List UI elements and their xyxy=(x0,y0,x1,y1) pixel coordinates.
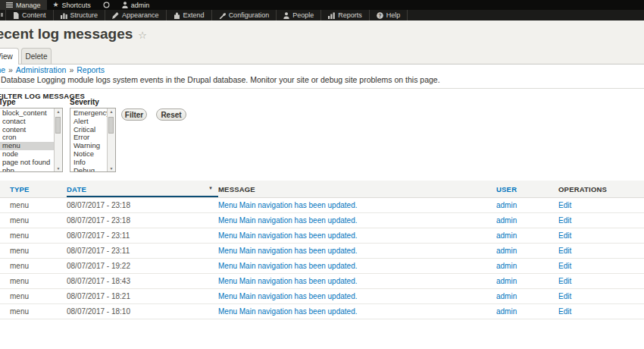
scrollbar-thumb[interactable] xyxy=(55,117,61,134)
edit-link[interactable]: Edit xyxy=(558,307,571,316)
log-user-link[interactable]: admin xyxy=(496,247,517,255)
log-user-cell: admin xyxy=(496,304,558,319)
log-user-link[interactable]: admin xyxy=(496,277,517,285)
reset-button[interactable]: Reset xyxy=(156,108,186,121)
log-table-row: menu 08/07/2017 - 23:11 Menu Main naviga… xyxy=(0,244,644,259)
menu-item-people[interactable]: People xyxy=(277,10,321,20)
log-message-link[interactable]: Menu Main navigation has been updated. xyxy=(218,201,357,209)
breadcrumb-separator: » xyxy=(69,65,73,74)
type-option[interactable]: contact xyxy=(0,118,54,126)
log-user-link[interactable]: admin xyxy=(496,292,517,300)
breadcrumb-home-link[interactable]: Home xyxy=(0,65,5,74)
log-type-cell: menu xyxy=(0,228,67,244)
log-table-row: menu 08/07/2017 - 18:21 Menu Main naviga… xyxy=(0,289,644,304)
log-user-cell: admin xyxy=(496,228,558,244)
log-user-cell: admin xyxy=(496,289,558,304)
edit-link[interactable]: Edit xyxy=(558,277,571,285)
log-operations-cell: Edit xyxy=(558,304,644,319)
log-message-link[interactable]: Menu Main navigation has been updated. xyxy=(218,277,357,285)
log-user-cell: admin xyxy=(496,259,558,274)
log-user-link[interactable]: admin xyxy=(496,307,517,316)
toolbar-shortcuts-button[interactable]: ★ Shortcuts xyxy=(47,0,97,10)
scroll-down-icon[interactable]: ▼ xyxy=(55,165,62,171)
log-type-cell: menu xyxy=(0,198,67,213)
log-date-cell: 08/07/2017 - 18:21 xyxy=(67,289,218,304)
log-date-cell: 08/07/2017 - 18:10 xyxy=(67,304,218,319)
log-type-cell: menu xyxy=(0,274,67,289)
log-user-link[interactable]: admin xyxy=(496,216,517,225)
tab-delete[interactable]: Delete xyxy=(21,48,52,64)
menu-item-help[interactable]: ? Help xyxy=(370,10,408,20)
svg-text:?: ? xyxy=(378,12,381,17)
edit-link[interactable]: Edit xyxy=(558,201,571,209)
edit-link[interactable]: Edit xyxy=(558,231,571,240)
log-user-link[interactable]: admin xyxy=(496,201,517,209)
column-header-user[interactable]: USER xyxy=(496,181,558,198)
log-operations-cell: Edit xyxy=(558,213,644,228)
breadcrumb-reports-link[interactable]: Reports xyxy=(77,65,105,74)
puzzle-icon xyxy=(174,12,180,19)
toolbar-user-label: admin xyxy=(131,2,150,9)
structure-icon xyxy=(61,12,67,19)
edit-link[interactable]: Edit xyxy=(558,216,571,225)
tab-view[interactable]: View xyxy=(0,48,19,64)
log-user-link[interactable]: admin xyxy=(496,231,517,240)
filter-button[interactable]: Filter xyxy=(121,108,147,121)
log-operations-cell: Edit xyxy=(558,244,644,259)
page-description: Database Logging module logs system even… xyxy=(1,75,440,84)
log-message-link[interactable]: Menu Main navigation has been updated. xyxy=(218,307,357,316)
menu-item-extend[interactable]: Extend xyxy=(167,10,212,20)
log-table-row: menu 08/07/2017 - 18:10 Menu Main naviga… xyxy=(0,304,644,319)
menu-item-reports[interactable]: Reports xyxy=(321,10,370,20)
column-header-operations: OPERATIONS xyxy=(558,181,644,198)
type-select[interactable]: block_content contact content cron menu … xyxy=(0,108,63,172)
column-header-type[interactable]: TYPE xyxy=(0,181,67,198)
type-option[interactable]: php xyxy=(0,167,54,171)
log-messages-table: TYPE DATE▾ MESSAGE USER OPERATIONS menu … xyxy=(0,181,644,319)
type-select-scrollbar[interactable]: ▲ ▼ xyxy=(54,108,62,171)
column-header-date-label: DATE xyxy=(67,185,86,193)
breadcrumb-administration-link[interactable]: Administration xyxy=(16,65,67,74)
favorite-star-icon[interactable]: ☆ xyxy=(138,30,147,41)
edit-link[interactable]: Edit xyxy=(558,292,571,300)
scroll-down-icon[interactable]: ▼ xyxy=(108,165,115,171)
toolbar-circle-button[interactable] xyxy=(97,0,116,10)
column-header-date[interactable]: DATE▾ xyxy=(67,181,218,198)
log-message-link[interactable]: Menu Main navigation has been updated. xyxy=(218,231,357,240)
type-option[interactable]: page not found xyxy=(0,159,54,167)
log-message-cell: Menu Main navigation has been updated. xyxy=(218,213,496,228)
log-message-link[interactable]: Menu Main navigation has been updated. xyxy=(218,292,357,300)
help-icon: ? xyxy=(377,12,383,19)
edit-link[interactable]: Edit xyxy=(558,247,571,255)
log-operations-cell: Edit xyxy=(558,274,644,289)
toolbar-manage-button[interactable]: Manage xyxy=(0,0,47,10)
menu-item-configuration[interactable]: Configuration xyxy=(212,10,277,20)
log-message-link[interactable]: Menu Main navigation has been updated. xyxy=(218,262,357,270)
menu-item-label: Extend xyxy=(183,11,205,19)
log-message-link[interactable]: Menu Main navigation has been updated. xyxy=(218,216,357,225)
log-message-link[interactable]: Menu Main navigation has been updated. xyxy=(218,247,357,255)
severity-option[interactable]: Info xyxy=(70,159,107,167)
severity-select[interactable]: Emergency Alert Critical Error Warning N… xyxy=(70,108,116,172)
toolbar-user-button[interactable]: admin xyxy=(116,0,156,10)
log-date-cell: 08/07/2017 - 23:18 xyxy=(67,198,218,213)
toolbar-shortcuts-label: Shortcuts xyxy=(62,2,91,9)
log-type-cell: menu xyxy=(0,213,67,228)
menu-item-structure[interactable]: Structure xyxy=(54,10,106,20)
scroll-up-icon[interactable]: ▲ xyxy=(55,108,62,115)
scroll-up-icon[interactable]: ▲ xyxy=(108,108,115,115)
menu-item-appearance[interactable]: Appearance xyxy=(105,10,167,20)
log-operations-cell: Edit xyxy=(558,259,644,274)
menu-item-content[interactable]: Content xyxy=(6,10,54,20)
severity-option[interactable]: Debug xyxy=(70,167,107,171)
log-user-link[interactable]: admin xyxy=(496,262,517,270)
severity-select-scrollbar[interactable]: ▲ ▼ xyxy=(107,108,115,171)
edit-link[interactable]: Edit xyxy=(558,262,571,270)
type-options: block_content contact content cron menu … xyxy=(0,108,54,171)
menu-item-label: Help xyxy=(386,11,401,19)
scrollbar-thumb[interactable] xyxy=(108,117,114,134)
page-title-text: Recent log messages xyxy=(0,26,133,42)
severity-option[interactable]: Alert xyxy=(70,118,107,126)
menu-item-label: Configuration xyxy=(229,11,270,19)
log-message-cell: Menu Main navigation has been updated. xyxy=(218,289,496,304)
